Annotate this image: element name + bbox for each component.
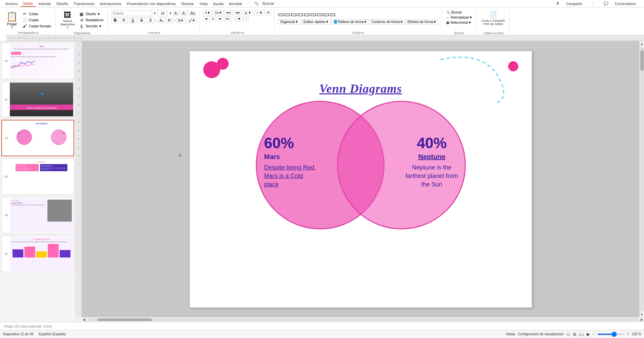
scroll-down-button[interactable]: ▼ <box>640 312 644 317</box>
font-name-dropdown[interactable]: ▼ <box>153 12 156 15</box>
text-direction-button[interactable]: ↔▼ <box>254 10 264 15</box>
view-settings[interactable]: Configuración de visualización <box>518 332 564 336</box>
superscript-button[interactable]: A² <box>166 18 173 23</box>
paste-button[interactable]: 📋 Pegar ▼ <box>4 10 20 30</box>
cut-button[interactable]: ✂ Cortar <box>21 11 53 17</box>
slide-thumb-11[interactable]: 11 👥 A Picture is Worth a Thousand Words <box>1 81 74 118</box>
font-size-input[interactable] <box>158 10 168 16</box>
decrease-indent-button[interactable]: ⬅≡ <box>225 10 233 15</box>
decrease-font-button[interactable]: A↓ <box>181 11 188 16</box>
column-button[interactable]: ⫼▼ <box>243 10 253 15</box>
scroll-right-button[interactable]: ▶ <box>640 318 644 321</box>
right-circle-content: 40% Neptune Neptune is the farthest plan… <box>403 135 461 189</box>
normal-view-icon[interactable]: ▭ <box>566 332 570 337</box>
slide-canvas-area: Venn Diagrams 60% M <box>82 41 639 317</box>
cursor: ↖ <box>179 153 184 158</box>
slide-canvas[interactable]: Venn Diagrams 60% M <box>190 51 532 308</box>
comments-button[interactable]: 💬 Comentarios <box>598 0 641 7</box>
menu-buscar[interactable]: 🔍 Buscar <box>251 1 279 6</box>
menu-revisar[interactable]: Revisar <box>179 1 196 6</box>
zoom-out-icon[interactable]: − <box>593 332 595 336</box>
arrange-button[interactable]: Organizar▼ <box>278 19 301 24</box>
find-button[interactable]: 🔍 Buscar <box>445 10 474 15</box>
shape-effects-button[interactable]: Efectos de forma▼ <box>406 19 438 24</box>
subscript-button[interactable]: A₂ <box>158 18 165 23</box>
h-scrollbar-track[interactable] <box>87 318 639 321</box>
strikethrough-button[interactable]: S <box>138 17 145 23</box>
select-button[interactable]: ▦ Seleccionar▼ <box>445 20 474 25</box>
menu-insertar[interactable]: Insertar <box>36 1 54 6</box>
h-scrollbar-thumb[interactable] <box>98 318 152 321</box>
menu-ayuda[interactable]: Ayuda <box>210 1 226 6</box>
slide-thumb-14[interactable]: 14 Trust Planet Longtail Keyword Mars is… <box>1 197 74 233</box>
underline-button[interactable]: S <box>129 17 137 23</box>
copy-button[interactable]: 📄 Copiar <box>21 17 53 23</box>
select-icon: ▦ <box>446 21 449 24</box>
scrollbar-thumb[interactable] <box>640 50 644 71</box>
slide-thumb-13[interactable]: 13 Authority Huge Authority This is the … <box>1 158 74 195</box>
scroll-up-button[interactable]: ▲ <box>640 41 644 46</box>
design-button[interactable]: ▦ Diseño ▼ <box>78 12 105 17</box>
notes-toggle[interactable]: Notas <box>506 332 515 336</box>
menu-presentacion[interactable]: Presentación con diapositivas <box>124 1 179 6</box>
notes-bar[interactable]: Haga clic para agregar notas <box>0 322 644 330</box>
zoom-slider[interactable] <box>597 334 624 335</box>
deco-dashed-arc <box>434 56 508 104</box>
shape-outline-button[interactable]: Contorno de forma▼ <box>370 19 405 24</box>
convert-smartart-button[interactable]: ⟳ <box>265 10 271 15</box>
share-button[interactable]: ⬆ Compartir <box>551 0 587 7</box>
slide-thumb-15[interactable]: 15 Longtail Keyphrase This is the fourth… <box>1 235 74 272</box>
section-button[interactable]: § Sección ▼ <box>78 24 105 29</box>
reading-view-icon[interactable]: 📖 <box>579 332 584 337</box>
align-center-button[interactable]: ≡ <box>210 16 216 21</box>
zoom-in-icon[interactable]: + <box>627 332 629 336</box>
align-text-button[interactable]: ↕▼ <box>234 16 243 21</box>
justify-button[interactable]: ≡≡ <box>224 16 231 21</box>
menu-transiciones[interactable]: Transiciones <box>71 1 97 6</box>
scrollbar-track[interactable] <box>640 47 644 311</box>
replace-button[interactable]: ↔ Reemplazar▼ <box>445 15 474 20</box>
slideshow-icon[interactable]: ▶ <box>587 332 590 337</box>
find-icon: 🔍 <box>446 10 450 14</box>
menu-vista[interactable]: Vista <box>197 1 210 6</box>
menu-archivo[interactable]: Archivo <box>3 1 21 6</box>
increase-indent-button[interactable]: ➡≡ <box>234 10 242 15</box>
format-painter-button[interactable]: 🖌 Copiar formato <box>21 23 53 29</box>
highlight-button[interactable]: 🖊▼ <box>187 18 197 23</box>
slide-thumb-10[interactable]: 10 Trust This is the fourth planet from … <box>1 43 74 79</box>
create-pdf-button[interactable]: 📄 Crear y compartirPDF de Adobe <box>480 10 506 26</box>
line-spacing-button[interactable]: ↕ <box>244 16 249 21</box>
slide-thumb-12[interactable]: 12 Venn Diagrams 60% 40% <box>1 120 74 156</box>
clear-format-button[interactable]: Aa <box>189 11 196 16</box>
numbering-button[interactable]: 1≡▼ <box>213 10 224 15</box>
menu-inicio[interactable]: Inicio <box>21 1 36 7</box>
scroll-left-button[interactable]: ◀ <box>82 318 86 321</box>
ruler-vertical: -7-6-5-4-3-2-101234567 <box>76 41 82 317</box>
align-left-button[interactable]: ⬅ <box>203 16 209 21</box>
horizontal-scrollbar[interactable]: ◀ ▶ <box>82 317 644 322</box>
bold-button[interactable]: B <box>111 17 119 23</box>
menu-animaciones[interactable]: Animaciones <box>97 1 124 6</box>
bullets-button[interactable]: ≡▼ <box>203 10 212 15</box>
align-right-button[interactable]: ➡ <box>217 16 223 21</box>
notes-text: Haga clic para agregar notas <box>4 324 52 328</box>
slide-sorter-icon[interactable]: ⊞ <box>573 332 576 337</box>
deco-circle-top-right <box>508 61 518 71</box>
font-color-button[interactable]: A▼ <box>176 18 186 23</box>
main-area: 10 Trust This is the fourth planet from … <box>0 41 644 322</box>
slide-info: Diapositiva 12 de 58 <box>3 332 34 336</box>
new-slide-button[interactable]: 🖼 Nuevadiapositiva ▼ <box>59 10 76 30</box>
italic-button[interactable]: K <box>120 17 128 23</box>
font-size-dropdown[interactable]: ▼ <box>169 12 172 15</box>
shapes-gallery[interactable]: ▭▭▭▭▭▭▭▭▭ <box>278 10 336 18</box>
shape-fill-button[interactable]: 🪣Relleno de forma▼ <box>332 19 369 24</box>
menu-acrobat[interactable]: Acrobat <box>226 1 245 6</box>
quick-styles-button[interactable]: Estilos rápidos▼ <box>302 19 331 24</box>
increase-font-button[interactable]: A↑ <box>173 11 180 16</box>
shadow-button[interactable]: S <box>147 17 154 23</box>
reset-button[interactable]: ↺ Restablecer <box>78 18 105 23</box>
menu-diseno[interactable]: Diseño <box>54 1 71 6</box>
copy-icon: 📄 <box>22 18 27 22</box>
font-name-input[interactable] <box>111 10 152 16</box>
right-scrollbar[interactable]: ▲ ▼ <box>639 41 644 317</box>
